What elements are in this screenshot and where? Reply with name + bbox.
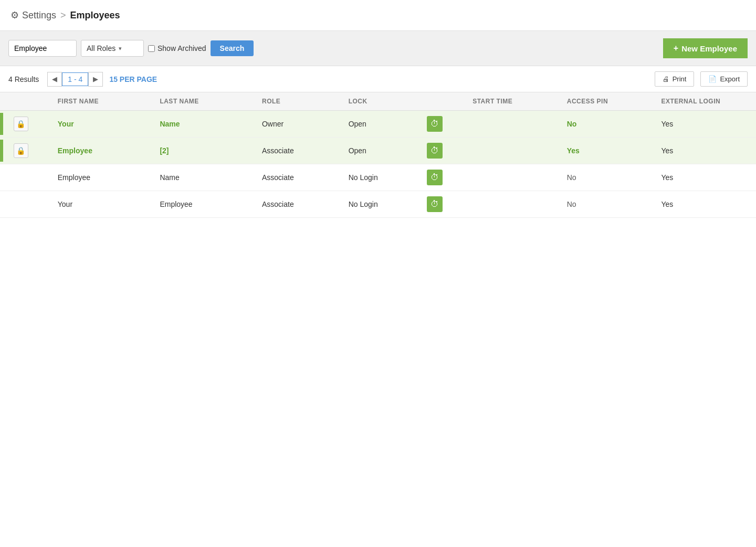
prev-page-button[interactable]: ◀	[47, 72, 62, 87]
show-archived-checkbox[interactable]	[148, 45, 155, 52]
employee-search-input[interactable]	[8, 40, 77, 57]
cell-firstname: Your	[50, 191, 153, 218]
cell-lastname[interactable]: [2]	[152, 138, 255, 164]
col-header-role: ROLE	[255, 92, 341, 111]
table-row[interactable]: 🔒YourNameOwnerOpen⏱NoYes	[0, 111, 756, 138]
per-page-button[interactable]: 15 PER PAGE	[109, 75, 157, 83]
cell-lock-status: No Login	[341, 164, 420, 191]
new-employee-label: New Employee	[681, 44, 737, 53]
search-button[interactable]: Search	[211, 40, 254, 56]
new-employee-button[interactable]: + New Employee	[663, 38, 748, 58]
cell-accesspin: Yes	[560, 138, 654, 164]
clock-button[interactable]: ⏱	[427, 170, 443, 185]
role-select-label: All Roles	[87, 44, 116, 52]
col-header-lock-icon	[6, 92, 50, 111]
col-header-externallogin: EXTERNAL LOGIN	[654, 92, 756, 111]
role-select-dropdown[interactable]: All Roles ▾	[81, 40, 144, 57]
row-indicator-cell	[0, 191, 6, 218]
table-row[interactable]: 🔒Employee[2]AssociateOpen⏱YesYes	[0, 138, 756, 164]
cell-role: Associate	[255, 138, 341, 164]
cell-externallogin: Yes	[654, 138, 756, 164]
cell-accesspin: No	[560, 191, 654, 218]
cell-accesspin: No	[560, 164, 654, 191]
show-archived-checkbox-label[interactable]: Show Archived	[148, 44, 206, 52]
active-indicator-bar	[0, 140, 3, 162]
cell-lock-status: No Login	[341, 191, 420, 218]
print-label: Print	[673, 75, 687, 83]
cell-lastname: Name	[152, 164, 255, 191]
clock-button[interactable]: ⏱	[427, 196, 443, 212]
page-title: Employees	[70, 10, 120, 21]
col-header-starttime: START TIME	[465, 92, 560, 111]
clock-button[interactable]: ⏱	[427, 143, 443, 159]
col-header-lastname: LAST NAME	[152, 92, 255, 111]
cell-accesspin: No	[560, 111, 654, 138]
table-header: FIRST NAME LAST NAME ROLE LOCK START TIM…	[0, 92, 756, 111]
export-icon: 📄	[708, 75, 717, 83]
cell-lastname[interactable]: Name	[152, 111, 255, 138]
active-indicator-bar	[0, 113, 3, 135]
cell-clock: ⏱	[419, 138, 465, 164]
lock-icon-cell: 🔒	[6, 138, 50, 164]
cell-role: Associate	[255, 164, 341, 191]
cell-starttime	[465, 111, 560, 138]
next-page-button[interactable]: ▶	[88, 72, 103, 87]
cell-firstname: Employee	[50, 164, 153, 191]
row-indicator-cell	[0, 111, 6, 138]
clock-button[interactable]: ⏱	[427, 116, 443, 132]
cell-role: Owner	[255, 111, 341, 138]
lock-icon-cell: 🔒	[6, 111, 50, 138]
show-archived-label: Show Archived	[158, 44, 206, 52]
page-range-indicator: 1 - 4	[62, 72, 88, 86]
employee-table: FIRST NAME LAST NAME ROLE LOCK START TIM…	[0, 92, 756, 218]
cell-clock: ⏱	[419, 164, 465, 191]
print-icon: 🖨	[663, 75, 669, 83]
row-indicator-cell	[0, 138, 6, 164]
cell-externallogin: Yes	[654, 111, 756, 138]
results-count: 4 Results	[8, 75, 39, 83]
row-indicator-cell	[0, 164, 6, 191]
cell-externallogin: Yes	[654, 164, 756, 191]
cell-externallogin: Yes	[654, 191, 756, 218]
lock-icon-cell	[6, 191, 50, 218]
chevron-down-icon: ▾	[119, 45, 122, 52]
cell-firstname[interactable]: Employee	[50, 138, 153, 164]
table-row[interactable]: YourEmployeeAssociateNo Login⏱NoYes	[0, 191, 756, 218]
gear-icon: ⚙	[10, 9, 19, 21]
cell-lock-status: Open	[341, 111, 420, 138]
page-navigation: ◀ 1 - 4 ▶	[47, 72, 103, 87]
cell-starttime	[465, 191, 560, 218]
table-body: 🔒YourNameOwnerOpen⏱NoYes🔒Employee[2]Asso…	[0, 111, 756, 218]
lock-icon[interactable]: 🔒	[14, 143, 28, 158]
lock-icon[interactable]: 🔒	[14, 117, 28, 131]
plus-icon: +	[674, 44, 678, 53]
col-header-firstname: FIRST NAME	[50, 92, 153, 111]
export-label: Export	[720, 75, 740, 83]
cell-lock-status: Open	[341, 138, 420, 164]
print-button[interactable]: 🖨 Print	[655, 71, 695, 87]
col-header-clock	[419, 92, 465, 111]
col-header-indicator	[0, 92, 6, 111]
cell-clock: ⏱	[419, 191, 465, 218]
settings-link[interactable]: Settings	[22, 10, 56, 21]
cell-lastname: Employee	[152, 191, 255, 218]
pagination-bar: 4 Results ◀ 1 - 4 ▶ 15 PER PAGE 🖨 Print …	[0, 66, 756, 92]
cell-firstname[interactable]: Your	[50, 111, 153, 138]
lock-icon-cell	[6, 164, 50, 191]
cell-starttime	[465, 138, 560, 164]
col-header-accesspin: ACCESS PIN	[560, 92, 654, 111]
col-header-lock-status: LOCK	[341, 92, 420, 111]
cell-role: Associate	[255, 191, 341, 218]
breadcrumb: ⚙ Settings > Employees	[0, 0, 756, 31]
export-button[interactable]: 📄 Export	[700, 71, 748, 87]
toolbar: All Roles ▾ Show Archived Search + New E…	[0, 31, 756, 66]
breadcrumb-separator: >	[60, 10, 66, 21]
table-row[interactable]: EmployeeNameAssociateNo Login⏱NoYes	[0, 164, 756, 191]
cell-clock: ⏱	[419, 111, 465, 138]
cell-starttime	[465, 164, 560, 191]
